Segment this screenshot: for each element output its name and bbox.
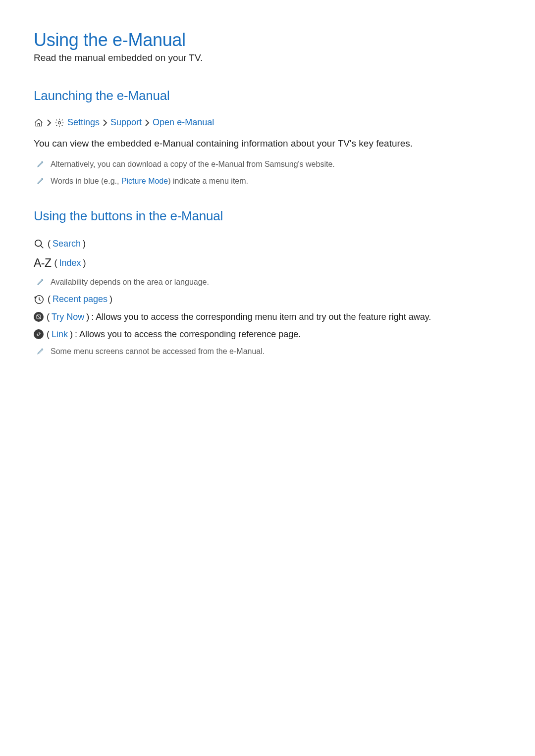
- search-icon: [34, 239, 45, 250]
- pencil-icon: [37, 159, 45, 172]
- note-text: Availability depends on the area or lang…: [51, 278, 209, 286]
- pencil-icon: [37, 277, 45, 290]
- home-icon: [34, 118, 44, 128]
- section1-paragraph: You can view the embedded e-Manual conta…: [34, 137, 501, 151]
- note-text-pre: Words in blue (e.g.,: [51, 177, 121, 185]
- section-launching-heading: Launching the e-Manual: [34, 88, 501, 103]
- try-now-icon: [34, 312, 44, 322]
- note-item: Availability depends on the area or lang…: [34, 276, 501, 289]
- paren-open: (: [47, 328, 50, 341]
- link-link[interactable]: Link: [52, 328, 68, 341]
- search-row: (Search): [34, 238, 501, 250]
- picture-mode-link[interactable]: Picture Mode: [121, 177, 168, 185]
- paren-open: (: [47, 311, 50, 323]
- chevron-right-icon: [145, 119, 150, 126]
- recent-row: (Recent pages): [34, 293, 501, 305]
- page-title: Using the e-Manual: [34, 30, 501, 50]
- note-text: Alternatively, you can download a copy o…: [51, 160, 335, 168]
- index-link[interactable]: Index: [59, 257, 81, 269]
- index-row: A-Z (Index): [34, 255, 501, 271]
- note-item: Some menu screens cannot be accessed fro…: [34, 346, 501, 358]
- paren-open: (: [48, 238, 51, 250]
- note-item: Alternatively, you can download a copy o…: [34, 158, 501, 171]
- paren-close: ): [86, 311, 89, 323]
- az-icon: A-Z: [34, 255, 52, 271]
- try-now-desc: : Allows you to access the corresponding…: [91, 311, 431, 323]
- paren-open: (: [48, 293, 51, 305]
- svg-point-1: [35, 240, 42, 246]
- try-now-link[interactable]: Try Now: [52, 311, 84, 323]
- page-subtitle: Read the manual embedded on your TV.: [34, 52, 501, 63]
- try-now-row: (Try Now): Allows you to access the corr…: [34, 311, 501, 323]
- svg-line-2: [41, 245, 44, 248]
- breadcrumb: Settings Support Open e-Manual: [34, 117, 501, 128]
- paren-close: ): [83, 257, 86, 269]
- note-text: Some menu screens cannot be accessed fro…: [51, 347, 265, 355]
- breadcrumb-open-emanual[interactable]: Open e-Manual: [153, 117, 214, 128]
- paren-open: (: [54, 257, 57, 269]
- pencil-icon: [37, 176, 45, 189]
- pencil-icon: [37, 347, 45, 359]
- note-text-post: ) indicate a menu item.: [168, 177, 248, 185]
- gear-icon: [54, 118, 64, 128]
- breadcrumb-settings[interactable]: Settings: [67, 117, 100, 128]
- recent-pages-link[interactable]: Recent pages: [53, 293, 107, 305]
- chevron-right-icon: [47, 119, 52, 126]
- link-icon: [34, 329, 44, 339]
- chevron-right-icon: [103, 119, 107, 126]
- clock-icon: [34, 294, 45, 305]
- note-item: Words in blue (e.g., Picture Mode) indic…: [34, 175, 501, 188]
- link-desc: : Allows you to access the corresponding…: [75, 328, 301, 341]
- section-buttons-heading: Using the buttons in the e-Manual: [34, 208, 501, 224]
- breadcrumb-support[interactable]: Support: [110, 117, 142, 128]
- search-link[interactable]: Search: [53, 238, 81, 250]
- svg-point-0: [58, 121, 61, 124]
- link-row: (Link): Allows you to access the corresp…: [34, 328, 501, 341]
- paren-close: ): [109, 293, 112, 305]
- paren-close: ): [70, 328, 73, 341]
- paren-close: ): [83, 238, 86, 250]
